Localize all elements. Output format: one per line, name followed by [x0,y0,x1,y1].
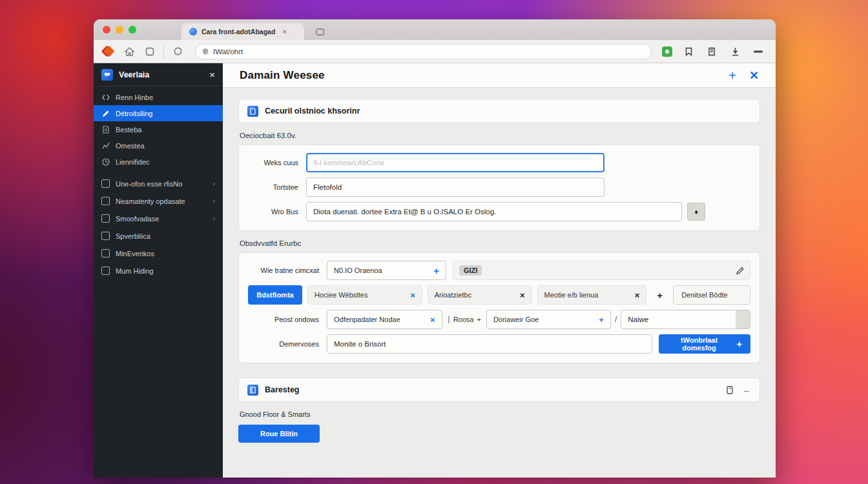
row-3-label: Peost ondows [248,316,319,323]
row-4-label: Demervoses [248,340,319,348]
chip-1[interactable]: Hociee Wébsltes × [307,285,422,305]
section-2-title: Baresteg [265,385,720,394]
sidebar-item-spverbliica[interactable]: Spverbliica [94,227,223,245]
row-3-input-3-wrap [621,310,750,329]
tab-close-icon[interactable]: × [282,28,286,35]
sidebar-item-une-ofon[interactable]: Une-ofon esse rfisNo › [94,175,223,192]
zoom-window-button[interactable] [129,26,136,34]
url-text: IWat/ohrt [213,48,243,55]
toolbar-divider [163,45,164,58]
new-tab-icon [316,28,324,35]
add-icon[interactable]: + [728,69,736,82]
sidebar-item-mum-hiding[interactable]: Mum Hiding [94,262,223,279]
browser-toolbar: IWat/ohrt [94,40,776,63]
field-1-input[interactable] [314,159,597,166]
chevron-right-icon: › [213,180,215,187]
row-3-input-3[interactable] [628,316,743,323]
minimize-window-button[interactable] [116,26,123,34]
sidebar-item-omestea[interactable]: Omestea [94,137,223,154]
checkbox-icon[interactable] [101,214,110,223]
reload-icon[interactable] [170,45,185,59]
spacer [238,363,760,378]
copy-window-icon[interactable] [727,386,735,394]
primary-add-button[interactable]: Bdstfiomta [248,285,302,305]
checkbox-icon[interactable] [101,232,110,240]
browser-window: Cara front-adotAbagad × [94,19,776,478]
code-icon [101,93,110,101]
row-1-select[interactable]: N0.IO Oraenoa + [327,261,446,280]
tab-square-icon[interactable] [143,45,157,59]
profile-icon[interactable] [705,45,719,59]
generate-button[interactable]: tWonbrlaat domesfog [659,334,750,354]
form-card-2: Wie tratne cimcxat N0.IO Oraenoa + GIZI [238,252,760,363]
checkbox-icon[interactable] [101,267,110,275]
field-2-input[interactable] [313,183,597,191]
sparkle-icon [736,341,743,348]
home-icon[interactable] [122,45,136,59]
sidebar-title: Veerlaia [119,70,203,79]
app-logo-icon [101,69,113,81]
main-scroll-area: Cecuril olstnioc khsorinr Oeciocbait 63.… [223,88,776,478]
add-icon[interactable]: + [599,315,604,325]
chip-2[interactable]: Arioatzietbc × [428,285,532,305]
row-4-input-wrap [327,334,652,354]
row-1-badge: GIZI [459,265,482,276]
bookmark-icon[interactable] [681,45,696,59]
section-1-title: Cecuril olstnioc khsorinr [265,106,751,116]
close-window-button[interactable] [103,26,110,34]
document-icon [247,106,258,117]
sidebar-item-detroitsiling[interactable]: Détroitsiling [94,105,223,121]
row-3-input-2[interactable]: Doriaweir Goe + [486,310,611,329]
toolbar-right [662,45,768,59]
chip-remove-icon[interactable]: × [635,290,640,300]
chip-remove-icon[interactable]: × [520,290,525,300]
chip-3[interactable]: Meotie e/b lienua × [537,285,647,305]
doc-icon [101,125,110,134]
main-panel: Damain Weesee + ✕ Cecuril olstnioc khsor… [223,63,776,478]
outline-field[interactable]: Denitsel Bödte [673,285,750,305]
page-title: Damain Weesee [240,69,728,82]
bar-icon [448,316,450,323]
add-chip-icon[interactable]: + [657,290,663,301]
tab-favicon-icon [189,28,197,35]
menu-icon[interactable] [751,45,765,59]
remove-icon[interactable]: × [430,315,435,325]
row-4-input[interactable] [334,340,645,348]
field-1-label: Weks cuus [248,159,298,166]
sidebar-item-renn-hinbe[interactable]: Renn Hinbe [94,89,223,105]
page-header: Damain Weesee + ✕ [223,63,776,88]
field-3-input[interactable] [313,208,675,216]
sidebar-item-neamatenty[interactable]: Neamatenty opdasate › [94,192,223,210]
tab-title: Cara front-adotAbagad [202,28,275,35]
sidebar-close-icon[interactable]: × [209,69,215,80]
field-2-label: Tortstee [248,183,298,191]
diamond-button[interactable]: ♦ [687,203,705,221]
add-icon[interactable]: + [433,265,439,276]
url-bar[interactable]: IWat/ohrt [195,44,652,59]
back-icon[interactable] [101,45,116,59]
checkbox-icon[interactable] [101,179,110,188]
edit-pencil-icon[interactable] [736,267,744,275]
mid-plus-icon: + [477,316,480,323]
sidebar-item-smoofvadase[interactable]: Smoofvadase › [94,210,223,227]
run-button[interactable]: Roue Blitin [238,425,320,443]
back-arrow-icon[interactable]: ← [743,385,751,395]
extension-icon[interactable] [662,46,672,57]
sidebar-item-minevenkos[interactable]: MinEvenkos [94,245,223,262]
sidebar-item-besteba[interactable]: Besteba [94,121,223,137]
desktop-wallpaper: Cara front-adotAbagad × [0,0,868,484]
close-icon[interactable]: ✕ [749,68,759,83]
chip-remove-icon[interactable]: × [410,290,415,300]
field-3-label: Wro Bus [248,208,298,216]
browser-tab[interactable]: Cara front-adotAbagad × [181,23,304,40]
row-3-input-1[interactable]: Odfenpadater Nodae × [327,310,442,329]
checkbox-icon[interactable] [101,249,110,257]
shield-icon [202,48,209,55]
subsection-2-label: Obsdvvatfd Erurbc [240,239,759,247]
downloads-icon[interactable] [728,45,742,59]
chevron-right-icon: › [213,215,215,222]
field-2-input-wrap [306,177,604,197]
sidebar-item-liennifidec[interactable]: Liennifidec [94,154,223,170]
checkbox-icon[interactable] [101,197,110,205]
new-tab-button[interactable] [308,23,332,40]
